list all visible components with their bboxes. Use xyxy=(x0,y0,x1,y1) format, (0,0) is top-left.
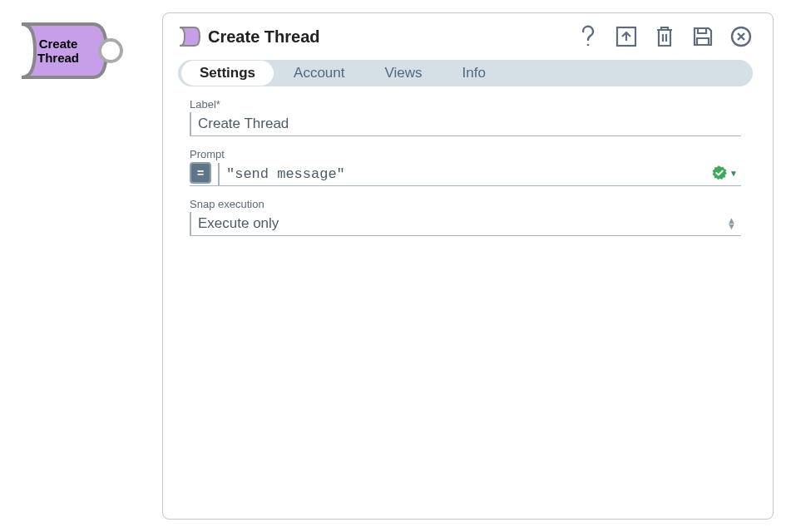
tab-account-label: Account xyxy=(294,65,344,81)
prompt-row: = ▼ xyxy=(190,162,741,186)
tab-bar: Settings Account Views Info xyxy=(178,60,753,86)
panel-header: Create Thread xyxy=(178,25,753,48)
snap-icon xyxy=(178,26,201,47)
verify-dropdown[interactable]: ▼ xyxy=(711,165,741,181)
settings-panel: Create Thread xyxy=(162,12,774,520)
snap-shape: CreateThread xyxy=(17,21,108,81)
delete-button[interactable] xyxy=(653,25,676,48)
close-button[interactable] xyxy=(729,25,753,48)
save-button[interactable] xyxy=(691,25,714,48)
label-field-label: Label* xyxy=(190,98,741,111)
tab-settings-label: Settings xyxy=(200,65,255,81)
snap-execution-select[interactable]: Execute only ▲▼ xyxy=(190,212,741,236)
verified-icon xyxy=(711,165,728,181)
tab-account[interactable]: Account xyxy=(274,61,364,86)
snap-node-label: CreateThread xyxy=(17,37,100,65)
header-actions xyxy=(576,25,753,48)
help-button[interactable] xyxy=(576,25,600,48)
panel-title: Create Thread xyxy=(208,27,320,47)
label-input[interactable] xyxy=(190,112,741,136)
tab-info[interactable]: Info xyxy=(442,61,506,86)
snap-execution-value: Execute only xyxy=(191,212,741,235)
tab-views[interactable]: Views xyxy=(365,61,442,86)
svg-point-0 xyxy=(587,44,590,47)
equals-icon: = xyxy=(197,167,204,179)
tab-views-label: Views xyxy=(385,65,423,81)
snap-node[interactable]: CreateThread xyxy=(17,21,141,87)
prompt-input[interactable] xyxy=(218,163,704,185)
stepper-icon: ▲▼ xyxy=(727,218,736,229)
chevron-down-icon: ▼ xyxy=(729,169,738,178)
panel-title-group: Create Thread xyxy=(178,26,320,47)
snap-execution-field-label: Snap execution xyxy=(190,198,741,210)
export-button[interactable] xyxy=(615,25,638,48)
settings-form: Label* Prompt = ▼ xyxy=(178,98,753,236)
field-prompt: Prompt = ▼ xyxy=(190,148,741,186)
tab-settings[interactable]: Settings xyxy=(181,61,274,86)
prompt-field-label: Prompt xyxy=(190,148,741,160)
field-label: Label* xyxy=(190,98,741,136)
tab-info-label: Info xyxy=(462,65,486,81)
snap-output-connector[interactable] xyxy=(98,38,123,63)
expression-toggle-button[interactable]: = xyxy=(190,162,211,184)
field-snap-execution: Snap execution Execute only ▲▼ xyxy=(190,198,741,236)
